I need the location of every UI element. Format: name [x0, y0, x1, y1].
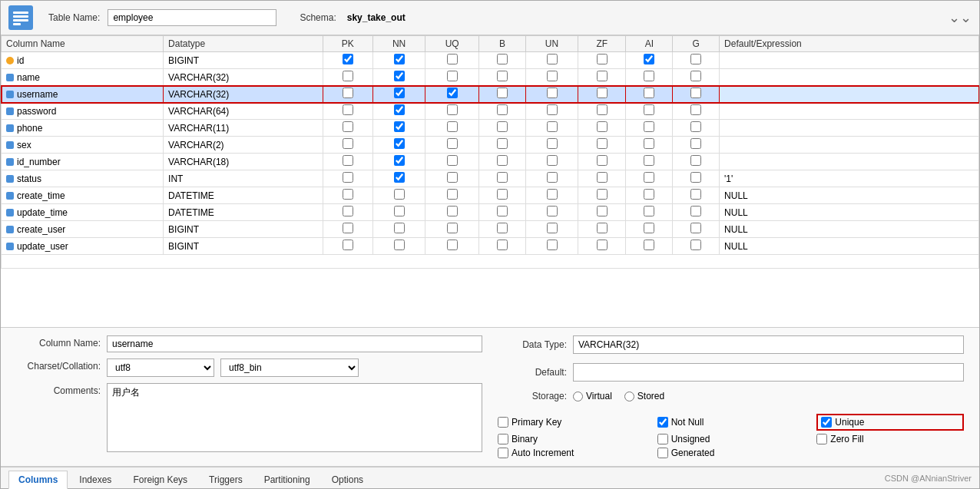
un-checkbox[interactable] [657, 434, 668, 444]
cell-b[interactable] [479, 69, 526, 86]
tab-options[interactable]: Options [322, 471, 373, 488]
comments-field[interactable]: 用户名 [107, 383, 482, 452]
table-row[interactable]: sex VARCHAR(2) [2, 137, 979, 154]
cell-b[interactable] [479, 238, 526, 255]
cell-pk[interactable] [323, 120, 372, 137]
cell-g[interactable] [673, 103, 720, 120]
table-row[interactable]: id BIGINT [2, 52, 979, 69]
collation-select[interactable]: utf8_bin [220, 358, 359, 377]
cell-uq[interactable] [425, 170, 479, 187]
cell-uq[interactable] [425, 204, 479, 221]
table-row[interactable]: id_number VARCHAR(18) [2, 154, 979, 170]
cell-uq[interactable] [425, 221, 479, 238]
cell-ai[interactable] [626, 187, 673, 204]
cell-ai[interactable] [626, 238, 673, 255]
cell-b[interactable] [479, 221, 526, 238]
cell-nn[interactable] [372, 120, 425, 137]
cell-pk[interactable] [323, 170, 372, 187]
tab-partitioning[interactable]: Partitioning [254, 471, 320, 488]
cell-ai[interactable] [626, 204, 673, 221]
cell-uq[interactable] [425, 86, 479, 103]
cell-nn[interactable] [372, 154, 425, 170]
cell-zf[interactable] [578, 204, 626, 221]
cell-ai[interactable] [626, 69, 673, 86]
cell-zf[interactable] [578, 86, 626, 103]
table-name-input[interactable] [108, 9, 276, 26]
table-row[interactable]: password VARCHAR(64) [2, 103, 979, 120]
gen-checkbox[interactable] [657, 448, 668, 458]
cell-uq[interactable] [425, 187, 479, 204]
cell-pk[interactable] [323, 154, 372, 170]
cell-zf[interactable] [578, 137, 626, 154]
cell-pk[interactable] [323, 187, 372, 204]
cell-zf[interactable] [578, 221, 626, 238]
cell-ai[interactable] [626, 154, 673, 170]
table-row[interactable]: create_time DATETIME NULL [2, 187, 979, 204]
cell-b[interactable] [479, 86, 526, 103]
cell-g[interactable] [673, 69, 720, 86]
cell-uq[interactable] [425, 120, 479, 137]
cell-un[interactable] [525, 69, 578, 86]
cell-uq[interactable] [425, 69, 479, 86]
uq-checkbox[interactable] [821, 417, 832, 428]
cell-ai[interactable] [626, 221, 673, 238]
zf-checkbox[interactable] [816, 434, 827, 444]
cell-uq[interactable] [425, 137, 479, 154]
cell-g[interactable] [673, 221, 720, 238]
virtual-radio[interactable] [573, 392, 583, 401]
cell-un[interactable] [525, 120, 578, 137]
cell-pk[interactable] [323, 204, 372, 221]
cell-b[interactable] [479, 170, 526, 187]
cell-nn[interactable] [372, 170, 425, 187]
table-row[interactable]: update_user BIGINT NULL [2, 238, 979, 255]
column-name-field[interactable] [107, 335, 482, 352]
cell-nn[interactable] [372, 137, 425, 154]
cell-g[interactable] [673, 238, 720, 255]
cell-un[interactable] [525, 86, 578, 103]
cell-zf[interactable] [578, 69, 626, 86]
cell-pk[interactable] [323, 103, 372, 120]
stored-radio[interactable] [624, 392, 634, 401]
tab-triggers[interactable]: Triggers [199, 471, 253, 488]
cell-nn[interactable] [372, 86, 425, 103]
cell-ai[interactable] [626, 52, 673, 69]
cell-un[interactable] [525, 52, 578, 69]
cell-b[interactable] [479, 103, 526, 120]
cell-pk[interactable] [323, 238, 372, 255]
cell-un[interactable] [525, 204, 578, 221]
table-row[interactable]: phone VARCHAR(11) [2, 120, 979, 137]
cell-un[interactable] [525, 170, 578, 187]
cell-nn[interactable] [372, 221, 425, 238]
cell-ai[interactable] [626, 137, 673, 154]
cell-b[interactable] [479, 204, 526, 221]
cell-ai[interactable] [626, 120, 673, 137]
cell-zf[interactable] [578, 170, 626, 187]
cell-pk[interactable] [323, 86, 372, 103]
cell-g[interactable] [673, 137, 720, 154]
cell-g[interactable] [673, 86, 720, 103]
cell-uq[interactable] [425, 154, 479, 170]
cell-un[interactable] [525, 238, 578, 255]
cell-zf[interactable] [578, 154, 626, 170]
data-type-field[interactable] [573, 335, 964, 354]
table-row[interactable]: status INT '1' [2, 170, 979, 187]
cell-ai[interactable] [626, 103, 673, 120]
tab-columns[interactable]: Columns [8, 471, 68, 489]
cell-g[interactable] [673, 154, 720, 170]
cell-pk[interactable] [323, 137, 372, 154]
cell-nn[interactable] [372, 69, 425, 86]
cell-uq[interactable] [425, 52, 479, 69]
cell-pk[interactable] [323, 52, 372, 69]
cell-ai[interactable] [626, 86, 673, 103]
cell-g[interactable] [673, 187, 720, 204]
cell-g[interactable] [673, 170, 720, 187]
cell-nn[interactable] [372, 204, 425, 221]
cell-nn[interactable] [372, 103, 425, 120]
nn-checkbox[interactable] [657, 417, 668, 428]
cell-b[interactable] [479, 154, 526, 170]
cell-pk[interactable] [323, 69, 372, 86]
cell-b[interactable] [479, 187, 526, 204]
default-field[interactable] [573, 363, 964, 382]
cell-ai[interactable] [626, 170, 673, 187]
cell-un[interactable] [525, 137, 578, 154]
